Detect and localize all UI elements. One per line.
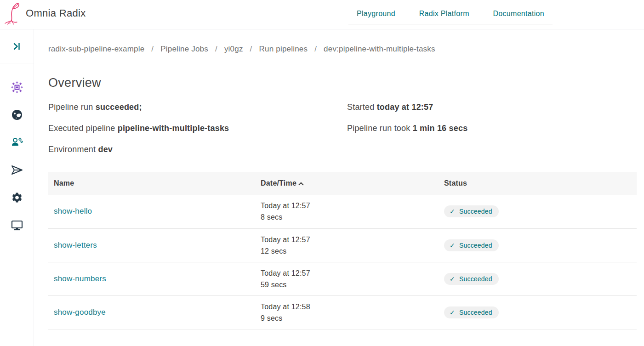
globe-icon: [11, 109, 23, 121]
send-icon: [11, 164, 23, 176]
environment-value: dev: [98, 145, 113, 154]
breadcrumb-separator: /: [151, 45, 154, 54]
started-line: Started today at 12:57: [347, 102, 637, 112]
environment-label: Environment: [48, 145, 98, 154]
task-duration: 9 secs: [261, 312, 444, 324]
executed-pipeline-label: Executed pipeline: [48, 124, 118, 133]
task-link-show-letters[interactable]: show-letters: [54, 241, 97, 250]
task-link-show-hello[interactable]: show-hello: [54, 207, 92, 216]
gear-icon: [11, 192, 23, 204]
sidebar-item-configuration[interactable]: [0, 184, 34, 211]
status-badge: ✓Succeeded: [444, 239, 499, 251]
column-header-datetime-label: Date/Time: [261, 179, 296, 187]
status-label: Succeeded: [459, 309, 492, 316]
task-link-show-numbers[interactable]: show-numbers: [54, 274, 106, 283]
check-icon: ✓: [450, 275, 455, 283]
task-link-show-goodbye[interactable]: show-goodbye: [54, 308, 106, 317]
status-badge: ✓Succeeded: [444, 205, 499, 217]
status-label: Succeeded: [459, 275, 492, 283]
monitor-icon: [11, 219, 23, 232]
breadcrumb-separator: /: [215, 45, 217, 54]
task-duration: 59 secs: [261, 279, 444, 290]
app-favicon-icon: [11, 81, 23, 93]
overview-info: Pipeline run succeeded; Executed pipelin…: [48, 102, 637, 166]
radix-logo-icon: [4, 2, 21, 25]
environment-line: Environment dev: [48, 145, 347, 154]
chevron-right-bar-icon: [11, 41, 23, 52]
user-settings-icon: [11, 136, 23, 149]
app-title: Omnia Radix: [26, 7, 85, 19]
sidebar: [0, 29, 34, 346]
sort-ascending-icon: [298, 182, 303, 187]
breadcrumb-app[interactable]: radix-sub-pipeline-example: [48, 45, 144, 54]
started-label: Started: [347, 102, 377, 112]
check-icon: ✓: [450, 208, 455, 215]
breadcrumb-pipeline-jobs[interactable]: Pipeline Jobs: [160, 45, 208, 54]
table-row: show-hello Today at 12:578 secs ✓Succeed…: [48, 195, 637, 228]
task-datetime: Today at 12:58: [261, 301, 444, 312]
column-header-name[interactable]: Name: [48, 172, 261, 195]
table-header-row: Name Date/Time Status: [48, 172, 637, 195]
status-label: Succeeded: [459, 242, 492, 249]
table-row: show-letters Today at 12:5712 secs ✓Succ…: [48, 228, 637, 262]
breadcrumb: radix-sub-pipeline-example / Pipeline Jo…: [48, 45, 637, 54]
sidebar-item-people[interactable]: [0, 129, 34, 156]
pipeline-run-value: succeeded;: [96, 102, 142, 112]
breadcrumb-separator: /: [314, 45, 317, 54]
status-badge: ✓Succeeded: [444, 273, 499, 285]
app-header: Omnia Radix Playground Radix Platform Do…: [0, 0, 644, 29]
sidebar-item-deployments[interactable]: [0, 156, 34, 184]
task-datetime: Today at 12:57: [261, 267, 444, 279]
task-datetime: Today at 12:57: [261, 234, 444, 245]
duration-value: 1 min 16 secs: [413, 124, 468, 133]
executed-pipeline-line: Executed pipeline pipeline-with-multiple…: [48, 124, 347, 133]
sidebar-expand-button[interactable]: [0, 29, 34, 63]
top-navigation: Playground Radix Platform Documentation: [348, 0, 553, 24]
check-icon: ✓: [450, 309, 455, 316]
status-badge: ✓Succeeded: [444, 306, 499, 318]
pipeline-runs-table: Name Date/Time Status show-hello Today a…: [48, 172, 637, 329]
nav-link-documentation[interactable]: Documentation: [493, 10, 544, 18]
sidebar-item-monitoring[interactable]: [0, 211, 34, 239]
sidebar-item-environments[interactable]: [0, 101, 34, 129]
check-icon: ✓: [450, 242, 455, 249]
breadcrumb-current-page: dev:pipeline-with-multiple-tasks: [324, 45, 435, 54]
nav-link-playground[interactable]: Playground: [357, 10, 395, 18]
breadcrumb-job-id[interactable]: yi0gz: [224, 45, 243, 54]
table-row: show-goodbye Today at 12:589 secs ✓Succe…: [48, 295, 637, 329]
status-label: Succeeded: [459, 208, 492, 215]
breadcrumb-run-pipelines[interactable]: Run pipelines: [259, 45, 308, 54]
task-duration: 8 secs: [261, 211, 444, 223]
executed-pipeline-value: pipeline-with-multiple-tasks: [118, 124, 229, 133]
nav-link-radix-platform[interactable]: Radix Platform: [419, 10, 469, 18]
sidebar-icon-list: [0, 63, 34, 239]
breadcrumb-separator: /: [250, 45, 252, 54]
brand: Omnia Radix: [4, 2, 85, 25]
table-row: show-numbers Today at 12:5759 secs ✓Succ…: [48, 262, 637, 295]
started-value: today at 12:57: [377, 102, 433, 112]
pipeline-run-status-line: Pipeline run succeeded;: [48, 102, 347, 112]
task-duration: 12 secs: [261, 245, 444, 257]
column-header-datetime[interactable]: Date/Time: [261, 172, 444, 195]
duration-line: Pipeline run took 1 min 16 secs: [347, 124, 637, 133]
pipeline-run-label: Pipeline run: [48, 102, 96, 112]
sidebar-item-application[interactable]: [0, 74, 34, 101]
page-title: Overview: [48, 76, 637, 90]
main-content: radix-sub-pipeline-example / Pipeline Jo…: [34, 29, 644, 346]
column-header-status[interactable]: Status: [444, 172, 637, 195]
duration-label: Pipeline run took: [347, 124, 413, 133]
task-datetime: Today at 12:57: [261, 200, 444, 211]
